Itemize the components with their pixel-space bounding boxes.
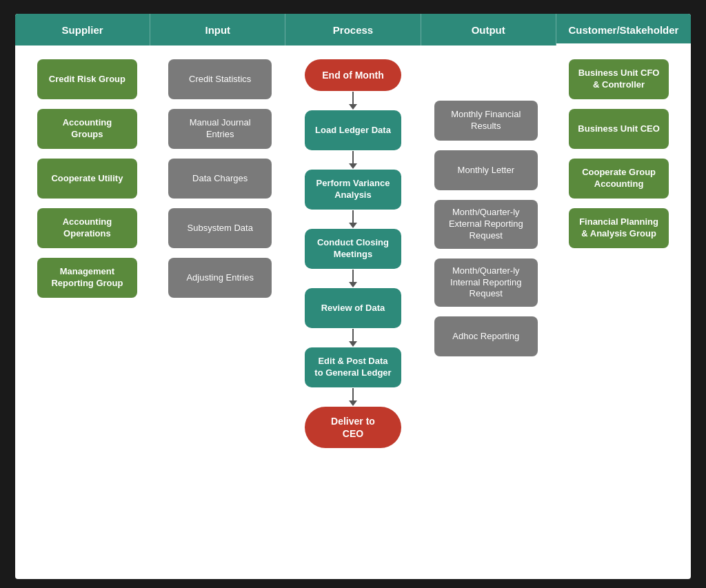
process-item-2: Perform Variance Analysis — [305, 170, 401, 229]
arrow-line-0 — [352, 92, 354, 104]
input-item-4: Adjusting Entries — [168, 258, 272, 298]
output-item-3: Month/Quarter-ly Internal Reporting Requ… — [434, 258, 538, 307]
supplier-item-3: Accounting Operations — [37, 208, 137, 248]
arrow-line-1 — [352, 151, 354, 163]
customer-column: Business Unit CFO & Controller Business … — [552, 59, 685, 448]
header-input: Input — [150, 14, 285, 45]
arrow-0 — [349, 91, 357, 110]
customer-item-1: Business Unit CEO — [569, 109, 669, 149]
arrow-head-4 — [349, 341, 357, 347]
customer-underline — [556, 43, 691, 45]
process-item-1: Load Ledger Data — [305, 110, 401, 170]
supplier-column: Credit Risk Group Accounting Groups Coop… — [21, 59, 154, 448]
process-closing-meetings: Conduct Closing Meetings — [305, 229, 401, 269]
process-load-ledger: Load Ledger Data — [305, 110, 401, 150]
header-row: Supplier Input Process Output Customer/S… — [15, 14, 691, 45]
input-column: Credit Statistics Manual Journal Entries… — [154, 59, 287, 448]
input-item-1: Manual Journal Entries — [168, 109, 272, 149]
arrow-head-2 — [349, 223, 357, 228]
output-item-1: Monthly Letter — [434, 150, 538, 190]
arrow-3 — [349, 269, 357, 288]
process-item-5: Edit & Post Data to General Ledger — [305, 347, 401, 407]
process-item-6: Deliver to CEO — [305, 407, 401, 448]
input-item-2: Data Charges — [168, 159, 272, 199]
output-item-0: Monthly Financial Results — [434, 101, 538, 141]
process-review-data: Review of Data — [305, 288, 401, 328]
arrow-line-5 — [352, 388, 354, 401]
arrow-4 — [349, 328, 357, 347]
arrow-head-0 — [349, 104, 357, 110]
output-item-2: Month/Quarter-ly External Reporting Requ… — [434, 200, 538, 249]
arrow-1 — [349, 150, 357, 170]
supplier-item-4: Management Reporting Group — [37, 258, 137, 298]
process-item-3: Conduct Closing Meetings — [305, 229, 401, 288]
process-variance: Perform Variance Analysis — [305, 170, 401, 210]
output-item-4: Adhoc Reporting — [434, 316, 538, 356]
header-process: Process — [285, 14, 421, 45]
process-item-0: End of Month — [305, 59, 401, 110]
arrow-line-2 — [352, 210, 354, 223]
customer-item-0: Business Unit CFO & Controller — [569, 59, 669, 99]
arrow-head-1 — [349, 163, 357, 169]
input-item-0: Credit Statistics — [168, 59, 272, 99]
supplier-item-1: Accounting Groups — [37, 109, 137, 149]
arrow-2 — [349, 210, 357, 229]
arrow-head-3 — [349, 282, 357, 287]
arrow-head-5 — [349, 401, 357, 406]
main-content: Credit Risk Group Accounting Groups Coop… — [15, 45, 691, 462]
process-edit-post: Edit & Post Data to General Ledger — [305, 347, 401, 387]
header-output: Output — [421, 14, 556, 45]
customer-item-3: Financial Planning & Analysis Group — [569, 208, 669, 248]
header-customer: Customer/Stakeholder — [556, 14, 691, 45]
output-column: Monthly Financial Results Monthly Letter… — [419, 59, 552, 448]
process-item-4: Review of Data — [305, 288, 401, 347]
process-deliver-ceo: Deliver to CEO — [305, 407, 401, 448]
arrow-line-4 — [352, 329, 354, 341]
input-item-3: Subsystem Data — [168, 208, 272, 248]
diagram-container: Supplier Input Process Output Customer/S… — [15, 14, 691, 579]
customer-item-2: Cooperate Group Accounting — [569, 159, 669, 199]
process-column: End of Month Load Ledger Data Perform Va… — [287, 59, 420, 448]
header-supplier: Supplier — [15, 14, 150, 45]
supplier-item-0: Credit Risk Group — [37, 59, 137, 99]
supplier-item-2: Cooperate Utility — [37, 159, 137, 199]
arrow-line-3 — [352, 270, 354, 282]
process-end-of-month: End of Month — [305, 59, 401, 91]
arrow-5 — [349, 387, 357, 407]
